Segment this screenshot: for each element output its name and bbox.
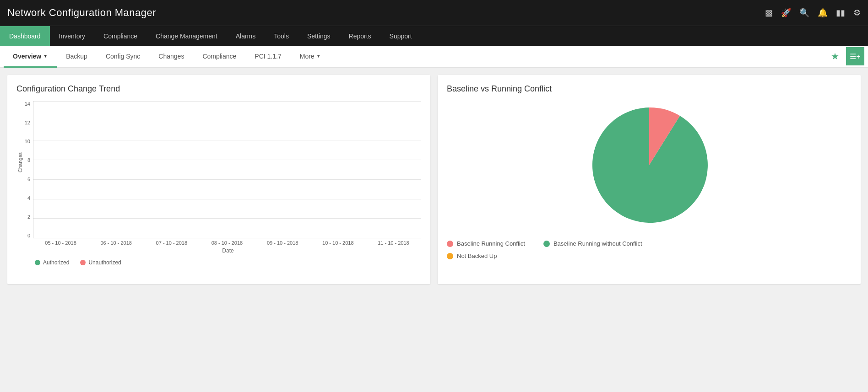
bell-icon[interactable]: 🔔 [818, 8, 828, 18]
pie-chart-svg [585, 101, 713, 229]
pie-legend-not-backed-up: Not Backed Up [447, 252, 497, 259]
x-label-2: 06 - 10 - 2018 [88, 240, 144, 246]
legend-authorized: Authorized [35, 259, 69, 266]
pie-chart-title: Baseline vs Running Conflict [447, 84, 852, 94]
app-header: Network Configuration Manager ▩ 🚀 🔍 🔔 ▮▮… [0, 0, 868, 26]
bar-group-6 [310, 101, 361, 238]
pie-legend-row-2: Not Backed Up [447, 252, 852, 259]
y-label-6: 6 [27, 177, 33, 182]
x-label-3: 07 - 10 - 2018 [144, 240, 199, 246]
pie-container: Baseline Running Conflict Baseline Runni… [447, 101, 852, 259]
bar-group-5 [256, 101, 307, 238]
legend-authorized-dot [35, 260, 40, 265]
subnav-pci[interactable]: PCI 1.1.7 [245, 46, 290, 68]
x-label-1: 05 - 10 - 2018 [33, 240, 88, 246]
nav-item-settings[interactable]: Settings [298, 26, 340, 46]
bar-group-2 [93, 101, 144, 238]
pie-chart-card: Baseline vs Running Conflict [438, 75, 861, 284]
bar-chart-card: Configuration Change Trend Changes 14 12… [7, 75, 430, 284]
nav-item-dashboard[interactable]: Dashboard [0, 26, 50, 46]
x-label-6: 10 - 10 - 2018 [310, 240, 366, 246]
bar-chart-title: Configuration Change Trend [16, 84, 421, 94]
nav-item-inventory[interactable]: Inventory [50, 26, 95, 46]
pie-dot-conflict [447, 241, 453, 247]
app-title: Network Configuration Manager [7, 7, 156, 19]
legend-authorized-label: Authorized [43, 259, 69, 266]
rocket-icon[interactable]: 🚀 [781, 8, 791, 18]
x-label-5: 09 - 10 - 2018 [255, 240, 310, 246]
y-label-12: 12 [25, 120, 33, 125]
chevron-down-icon: ▼ [43, 54, 48, 59]
bar-group-1 [39, 101, 90, 238]
subnav-compliance[interactable]: Compliance [193, 46, 245, 68]
header-icons: ▩ 🚀 🔍 🔔 ▮▮ ⚙ [765, 8, 861, 18]
x-label-4: 08 - 10 - 2018 [199, 240, 255, 246]
y-label-10: 10 [25, 139, 33, 144]
x-labels: 05 - 10 - 2018 06 - 10 - 2018 07 - 10 - … [16, 240, 421, 246]
nav-item-change-management[interactable]: Change Management [146, 26, 227, 46]
pie-label-not-backed-up: Not Backed Up [457, 252, 497, 259]
bar-group-4 [201, 101, 253, 238]
add-widget-button[interactable]: ☰+ [846, 47, 864, 65]
bar-chart-legend: Authorized Unauthorized [16, 259, 421, 266]
pie-dot-not-backed-up [447, 253, 453, 259]
pie-legend: Baseline Running Conflict Baseline Runni… [447, 240, 852, 259]
subnav-backup[interactable]: Backup [57, 46, 97, 68]
main-nav: Dashboard Inventory Compliance Change Ma… [0, 26, 868, 46]
subnav-changes[interactable]: Changes [149, 46, 193, 68]
y-label-0: 0 [27, 233, 33, 238]
bar-group-7 [364, 101, 416, 238]
x-label-7: 11 - 10 - 2018 [366, 240, 421, 246]
y-axis-title: Changes [17, 152, 23, 172]
x-axis-title: Date [16, 247, 421, 254]
subnav-more[interactable]: More ▼ [291, 46, 330, 68]
subnav-config-sync[interactable]: Config Sync [97, 46, 149, 68]
server-icon[interactable]: ▮▮ [836, 8, 845, 18]
search-icon[interactable]: 🔍 [799, 8, 809, 18]
y-label-4: 4 [27, 195, 33, 201]
gear-icon[interactable]: ⚙ [853, 8, 861, 18]
y-label-14: 14 [25, 101, 33, 107]
legend-unauthorized: Unauthorized [80, 259, 121, 266]
pie-label-no-conflict: Baseline Running without Conflict [553, 240, 642, 247]
nav-item-alarms[interactable]: Alarms [227, 26, 265, 46]
legend-unauthorized-label: Unauthorized [88, 259, 121, 266]
bar-group-3 [147, 101, 199, 238]
y-label-2: 2 [27, 214, 33, 220]
favorite-button[interactable]: ★ [826, 47, 844, 65]
nav-item-support[interactable]: Support [380, 26, 421, 46]
bar-chart-area: Changes 14 12 10 8 6 4 2 0 [16, 101, 421, 275]
monitor-icon[interactable]: ▩ [765, 8, 773, 18]
main-content: Configuration Change Trend Changes 14 12… [0, 68, 868, 291]
sub-nav: Overview ▼ Backup Config Sync Changes Co… [0, 46, 868, 68]
subnav-overview[interactable]: Overview ▼ [4, 46, 57, 68]
nav-item-reports[interactable]: Reports [340, 26, 380, 46]
pie-legend-conflict: Baseline Running Conflict [447, 240, 525, 247]
nav-item-compliance[interactable]: Compliance [94, 26, 146, 46]
pie-dot-no-conflict [543, 241, 550, 247]
subnav-right-actions: ★ ☰+ [826, 47, 864, 65]
legend-unauthorized-dot [80, 260, 86, 265]
y-label-8: 8 [27, 157, 33, 163]
nav-item-tools[interactable]: Tools [265, 26, 298, 46]
pie-legend-row-1: Baseline Running Conflict Baseline Runni… [447, 240, 852, 247]
pie-label-conflict: Baseline Running Conflict [457, 240, 525, 247]
chevron-down-icon-more: ▼ [316, 54, 321, 59]
pie-legend-no-conflict: Baseline Running without Conflict [543, 240, 642, 247]
